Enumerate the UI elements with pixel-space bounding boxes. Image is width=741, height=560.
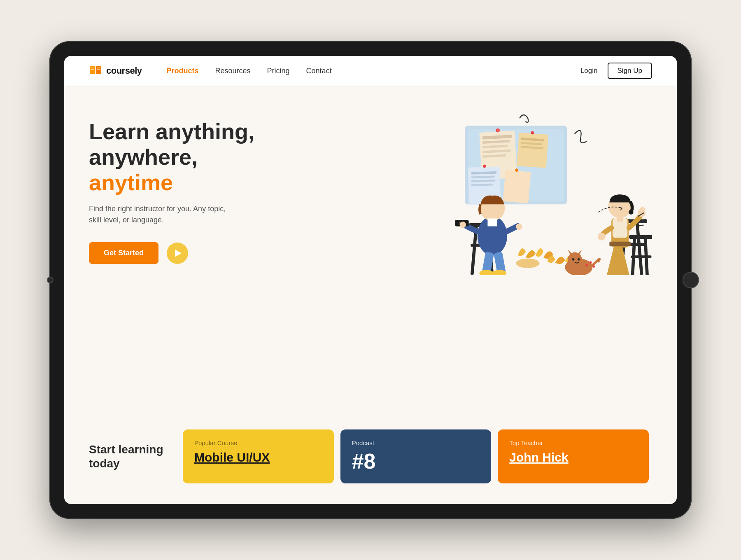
signup-button[interactable]: Sign Up [608,63,652,79]
start-learning: Start learning today [89,429,179,483]
start-learning-text: Start learning today [89,443,163,470]
start-learning-line1: Start learning [89,443,163,456]
svg-rect-4 [91,68,94,68]
play-button[interactable] [167,243,188,264]
navbar: coursely Products Resources Pricing Cont… [64,56,677,86]
svg-point-56 [585,264,588,266]
card-podcast[interactable]: Podcast #8 [340,429,492,483]
hero-title-line1: Learn anything, [89,119,254,144]
nav-link-resources[interactable]: Resources [215,67,251,75]
hero-illustration [262,102,652,275]
svg-point-55 [578,258,580,261]
svg-point-58 [592,265,595,268]
svg-rect-72 [643,236,649,275]
svg-rect-73 [629,235,652,239]
svg-rect-5 [91,69,94,70]
hero-svg [262,102,652,275]
card-top-teacher[interactable]: Top Teacher John Hick [498,429,649,483]
card-label-teacher: Top Teacher [509,439,637,446]
device-frame: coursely Products Resources Pricing Cont… [49,41,692,519]
hero-actions: Get Started [89,242,262,264]
svg-point-46 [460,222,466,228]
device-screen: coursely Products Resources Pricing Cont… [64,56,677,504]
svg-point-57 [590,261,592,264]
svg-rect-30 [503,170,531,203]
hero-text: Learn anything, anywhere, anytime Find t… [89,110,262,264]
get-started-button[interactable]: Get Started [89,242,158,264]
bottom-section: Start learning today Popular Course Mobi… [64,413,677,504]
nav-link-contact[interactable]: Contact [306,67,332,75]
svg-rect-42 [487,219,497,226]
hero-section: Learn anything, anywhere, anytime Find t… [64,86,677,413]
start-learning-line2: today [89,457,120,470]
nav-link-products[interactable]: Products [167,67,199,75]
svg-rect-7 [97,69,100,70]
hero-title: Learn anything, anywhere, anytime [89,119,262,195]
nav-link-pricing[interactable]: Pricing [267,67,290,75]
svg-rect-60 [609,242,631,246]
svg-rect-71 [631,236,636,275]
cards-row: Popular Course Mobile UI/UX Podcast #8 T… [179,429,652,483]
svg-rect-74 [631,255,652,258]
logo-text: coursely [106,65,142,76]
card-number-podcast: #8 [352,450,480,472]
logo[interactable]: coursely [89,65,142,77]
hero-title-line2: anywhere, [89,145,198,169]
svg-point-20 [531,131,534,135]
hero-content: Learn anything, anywhere, anytime Find t… [64,110,677,413]
logo-icon [89,65,102,77]
card-value-popular: Mobile UI/UX [194,450,322,464]
card-label-popular: Popular Course [194,439,322,446]
svg-point-63 [629,210,633,215]
card-value-teacher: John Hick [509,450,637,464]
svg-point-54 [572,258,575,261]
card-popular-course[interactable]: Popular Course Mobile UI/UX [183,429,334,483]
svg-rect-37 [635,220,643,275]
svg-rect-64 [617,217,623,222]
svg-point-25 [483,165,486,168]
svg-rect-6 [97,68,100,68]
svg-point-66 [598,233,606,240]
hero-title-highlight: anytime [89,170,173,195]
nav-links: Products Resources Pricing Contact [167,67,580,75]
card-label-podcast: Podcast [352,439,480,446]
svg-point-31 [515,168,518,172]
svg-point-18 [496,129,499,132]
hero-subtitle: Find the right instructor for you. Any t… [89,203,229,226]
svg-point-47 [516,224,522,230]
nav-actions: Login Sign Up [580,63,652,79]
svg-point-8 [516,259,539,268]
login-button[interactable]: Login [580,67,598,75]
